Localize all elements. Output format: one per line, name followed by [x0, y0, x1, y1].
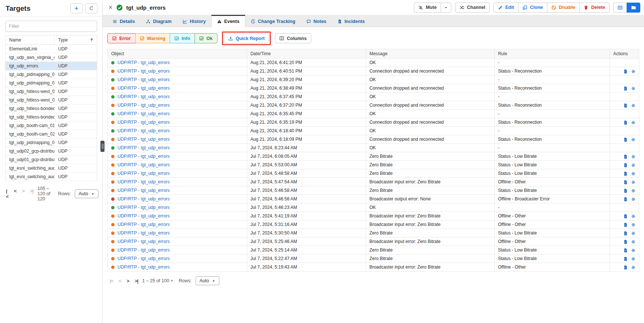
columns-button[interactable]: Columns — [275, 33, 311, 43]
event-row[interactable]: UDP/RTP - tgt_udp_errorsJul 7, 2024, 6:0… — [108, 152, 639, 161]
target-list-item[interactable]: tgt_udp01_gcp-distributionUDP — [6, 156, 97, 164]
gear-icon[interactable] — [631, 265, 635, 270]
event-row[interactable]: UDP/RTP - tgt_udp_errorsJul 7, 2024, 5:1… — [108, 263, 639, 272]
event-object-link[interactable]: UDP/RTP - tgt_udp_errors — [117, 128, 170, 133]
filter-ok-toggle[interactable]: Ok — [195, 33, 218, 43]
event-object-link[interactable]: UDP/RTP - tgt_udp_errors — [117, 247, 170, 253]
close-icon[interactable]: × — [109, 4, 113, 11]
event-row[interactable]: UDP/RTP - tgt_udp_errorsAug 21, 2024, 6:… — [108, 67, 639, 76]
event-object-link[interactable]: UDP/RTP - tgt_udp_errors — [117, 103, 170, 108]
last-page-button[interactable]: >| — [135, 278, 138, 284]
event-object-link[interactable]: UDP/RTP - tgt_udp_errors — [117, 179, 170, 184]
event-object-link[interactable]: UDP/RTP - tgt_udp_errors — [117, 120, 170, 125]
target-list-item[interactable]: tgt_esni_switching_aud2UDP — [6, 173, 97, 181]
event-object-link[interactable]: UDP/RTP - tgt_udp_errors — [117, 230, 170, 236]
tab-notes[interactable]: Notes — [301, 15, 332, 27]
gear-icon[interactable] — [631, 163, 635, 167]
event-object-link[interactable]: UDP/RTP - tgt_udp_errors — [117, 171, 170, 176]
prev-page-button[interactable]: < — [14, 188, 17, 199]
gear-icon[interactable] — [631, 120, 635, 125]
gear-icon[interactable] — [631, 223, 635, 227]
event-object-link[interactable]: UDP/RTP - tgt_udp_errors — [117, 264, 170, 270]
target-list-item[interactable]: tgt_esni_switching_aud1UDP — [6, 164, 97, 173]
gear-icon[interactable] — [631, 180, 635, 184]
tab-history[interactable]: History — [177, 15, 211, 27]
target-list-item[interactable]: tgt_udp_booth-cam_01UDP — [6, 121, 97, 130]
document-icon[interactable] — [623, 137, 628, 142]
gear-icon[interactable] — [631, 189, 635, 193]
event-row[interactable]: UDP/RTP - tgt_udp_errorsAug 21, 2024, 6:… — [108, 93, 639, 101]
target-list-item[interactable]: tgt_udp_hitless-bonded-u...UDP — [6, 113, 97, 121]
rows-per-page-select[interactable]: Auto — [75, 189, 99, 198]
target-list-item[interactable]: tgt_udp_hitless-west_01UDP — [6, 87, 97, 96]
event-object-link[interactable]: UDP/RTP - tgt_udp_errors — [117, 145, 170, 150]
event-object-link[interactable]: UDP/RTP - tgt_udp_errors — [117, 154, 170, 159]
tab-incidents[interactable]: Incidents — [332, 15, 371, 27]
event-object-link[interactable]: UDP/RTP - tgt_udp_errors — [117, 77, 170, 82]
tab-change-tracking[interactable]: Change Tracking — [245, 15, 301, 27]
document-icon[interactable] — [623, 240, 628, 244]
event-row[interactable]: UDP/RTP - tgt_udp_errorsJul 7, 2024, 5:4… — [108, 178, 639, 186]
document-icon[interactable] — [623, 69, 628, 74]
event-object-link[interactable]: UDP/RTP - tgt_udp_errors — [117, 86, 170, 91]
event-object-link[interactable]: UDP/RTP - tgt_udp_errors — [117, 213, 170, 219]
document-icon[interactable] — [623, 172, 628, 176]
event-row[interactable]: UDP/RTP - tgt_udp_errorsJul 7, 2024, 5:5… — [108, 161, 639, 169]
event-row[interactable]: UDP/RTP - tgt_udp_errorsJul 7, 2024, 5:3… — [108, 229, 639, 237]
filter-info-toggle[interactable]: Info — [170, 33, 195, 43]
document-icon[interactable] — [623, 189, 628, 193]
rows-per-page-select[interactable]: Auto — [196, 276, 219, 285]
edit-button[interactable]: Edit — [494, 3, 519, 13]
gear-icon[interactable] — [631, 154, 635, 159]
target-list-item[interactable]: tgt_udp_errorsUDP — [6, 62, 97, 70]
document-icon[interactable] — [623, 231, 628, 236]
event-row[interactable]: UDP/RTP - tgt_udp_errorsJul 7, 2024, 5:2… — [108, 246, 639, 254]
event-row[interactable]: UDP/RTP - tgt_udp_errorsJul 7, 2024, 5:2… — [108, 237, 639, 246]
target-list-item[interactable]: tgt_udp02_gcp-distributionUDP — [6, 147, 97, 156]
mute-button[interactable]: Mute — [414, 3, 441, 13]
tab-details[interactable]: Details — [107, 15, 140, 27]
event-row[interactable]: UDP/RTP - tgt_udp_errorsAug 21, 2024, 6:… — [108, 76, 639, 84]
last-page-button[interactable]: >| — [30, 188, 33, 199]
document-icon[interactable] — [623, 257, 628, 261]
next-page-button[interactable]: > — [22, 188, 24, 199]
next-page-button[interactable]: > — [127, 278, 129, 284]
event-object-link[interactable]: UDP/RTP - tgt_udp_errors — [117, 94, 170, 99]
event-object-link[interactable]: UDP/RTP - tgt_udp_errors — [117, 196, 170, 202]
event-row[interactable]: UDP/RTP - tgt_udp_errorsJul 7, 2024, 5:3… — [108, 220, 639, 229]
document-icon[interactable] — [623, 154, 628, 159]
gear-icon[interactable] — [631, 103, 635, 108]
table-view-button[interactable] — [613, 3, 627, 13]
event-object-link[interactable]: UDP/RTP - tgt_udp_errors — [117, 69, 170, 74]
disable-button[interactable]: Disable — [547, 3, 580, 13]
target-list-item[interactable]: tgt_udp_pidmapping_03UDP — [6, 139, 97, 147]
gear-icon[interactable] — [631, 197, 635, 202]
first-page-button[interactable]: |< — [110, 278, 113, 284]
gear-icon[interactable] — [631, 172, 635, 176]
event-row[interactable]: UDP/RTP - tgt_udp_errorsJul 7, 2024, 5:4… — [108, 169, 639, 178]
tab-events[interactable]: Events — [211, 15, 245, 27]
gear-icon[interactable] — [631, 137, 635, 142]
event-object-link[interactable]: UDP/RTP - tgt_udp_errors — [117, 256, 170, 261]
tab-diagram[interactable]: Diagram — [140, 15, 177, 27]
clone-button[interactable]: Clone — [518, 3, 547, 13]
refresh-button[interactable] — [85, 3, 97, 13]
folder-view-button[interactable] — [627, 3, 640, 13]
event-row[interactable]: UDP/RTP - tgt_udp_errorsAug 21, 2024, 6:… — [108, 118, 639, 127]
target-list-item[interactable]: tgt_udp_hitless-west_02UDP — [6, 96, 97, 104]
targets-col-name[interactable]: Name — [6, 36, 54, 44]
event-object-link[interactable]: UDP/RTP - tgt_udp_errors — [117, 137, 170, 142]
gear-icon[interactable] — [631, 214, 635, 219]
event-row[interactable]: UDP/RTP - tgt_udp_errorsJul 7, 2024, 5:4… — [108, 195, 639, 203]
target-list-item[interactable]: tgt_udp_pidmapping_01UDP — [6, 70, 97, 79]
event-row[interactable]: UDP/RTP - tgt_udp_errorsJul 7, 2024, 5:2… — [108, 254, 639, 263]
event-object-link[interactable]: UDP/RTP - tgt_udp_errors — [117, 239, 170, 244]
gear-icon[interactable] — [631, 257, 635, 261]
filter-warning-toggle[interactable]: Warning — [135, 33, 170, 43]
mute-dropdown-button[interactable] — [441, 3, 451, 13]
gear-icon[interactable] — [631, 69, 635, 74]
event-row[interactable]: UDP/RTP - tgt_udp_errorsAug 21, 2024, 6:… — [108, 101, 639, 110]
event-object-link[interactable]: UDP/RTP - tgt_udp_errors — [117, 205, 170, 210]
document-icon[interactable] — [623, 120, 628, 125]
target-list-item[interactable]: tgt_udp_hitless-bonded-u...UDP — [6, 104, 97, 113]
